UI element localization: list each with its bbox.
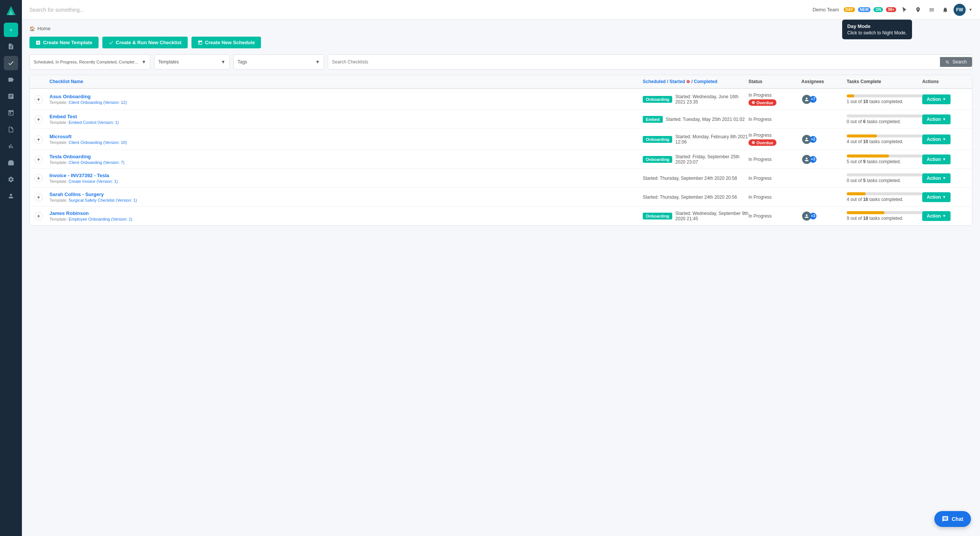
template-link[interactable]: Create Invoice (Version: 1) — [69, 179, 118, 184]
filters-row: Scheduled, In Progress, Recently Complet… — [29, 54, 972, 70]
name-cell: Tesla Onboarding Template: Client Onboar… — [49, 154, 643, 165]
col-assignees: Assignees — [801, 79, 847, 84]
header: Demo Team DAY NEW ON 99+ FW ▼ — [22, 0, 980, 20]
expand-button[interactable]: + — [34, 115, 43, 124]
tag-badge: Embed — [643, 116, 663, 123]
templates-filter[interactable]: Templates ▼ — [154, 54, 230, 70]
sidebar-add-button[interactable]: + — [4, 23, 18, 37]
sidebar-item-tags[interactable] — [4, 73, 18, 87]
sidebar-item-checklists[interactable] — [4, 56, 18, 70]
template-link[interactable]: Embed Control (Version: 1) — [69, 120, 119, 125]
checklist-name-link[interactable]: Asus Onboarding — [49, 94, 643, 99]
global-search-input[interactable] — [29, 7, 181, 13]
action-label: Action — [927, 213, 941, 219]
notification-bell-icon[interactable] — [940, 5, 951, 15]
create-template-button[interactable]: Create New Template — [29, 37, 99, 48]
action-buttons-row: Create New Template Create & Run New Che… — [29, 37, 972, 48]
status-cell: In Progress — [748, 117, 801, 122]
expand-button[interactable]: + — [34, 212, 43, 220]
action-button[interactable]: Action ▼ — [922, 94, 951, 104]
menu-icon[interactable] — [926, 5, 937, 15]
col-status: Status — [748, 79, 801, 84]
day-mode-badge[interactable]: DAY — [844, 7, 855, 12]
action-button[interactable]: Action ▼ — [922, 115, 951, 124]
user-avatar[interactable]: FW — [954, 4, 966, 16]
sidebar-item-settings[interactable] — [4, 172, 18, 187]
template-link[interactable]: Client Onboarding (Version: 12) — [69, 100, 127, 105]
table-row: + James Robinson Template: Employee Onbo… — [30, 207, 972, 225]
day-mode-tooltip: Day Mode Click to switch to Night Mode. — [842, 20, 912, 39]
assignee-count: +2 — [810, 136, 816, 143]
name-cell: Microsoft Template: Client Onboarding (V… — [49, 134, 643, 145]
sidebar-item-templates[interactable] — [4, 39, 18, 54]
sidebar-item-users[interactable] — [4, 189, 18, 203]
status-text: In Progress — [748, 176, 801, 181]
action-cell: Action ▼ — [922, 192, 967, 202]
expand-cell: + — [34, 95, 49, 103]
expand-button[interactable]: + — [34, 135, 43, 143]
checklist-search-input[interactable] — [332, 59, 938, 65]
tasks-text: 9 out of 18 tasks completed. — [847, 216, 903, 221]
action-button[interactable]: Action ▼ — [922, 173, 951, 183]
tags-filter[interactable]: Tags ▼ — [233, 54, 324, 70]
checklist-template: Template: Client Onboarding (Version: 10… — [49, 140, 643, 145]
status-text: In Progress — [748, 133, 801, 138]
progress-bar-inner — [847, 94, 854, 97]
avatar-dropdown-chevron[interactable]: ▼ — [969, 8, 972, 12]
sidebar-item-jobs[interactable] — [4, 156, 18, 170]
progress-bar-inner — [847, 134, 877, 137]
action-cell: Action ▼ — [922, 211, 967, 221]
assignees-col: +3 — [801, 211, 847, 221]
name-cell: Embed Test Template: Embed Control (Vers… — [49, 114, 643, 125]
sidebar-item-analytics[interactable] — [4, 139, 18, 153]
tags-filter-chevron: ▼ — [315, 59, 320, 65]
action-cell: Action ▼ — [922, 115, 967, 124]
checklist-name-link[interactable]: Sarah Collins - Surgery — [49, 191, 643, 197]
started-text: Started: Wednesday, June 16th 2021 23:35 — [675, 94, 748, 105]
template-link[interactable]: Employee Onboarding (Version: 1) — [69, 217, 132, 221]
table-row: + Embed Test Template: Embed Control (Ve… — [30, 110, 972, 129]
template-link[interactable]: Surgical Safety Checklist (Version: 1) — [69, 198, 137, 202]
chat-button[interactable]: Chat — [934, 511, 971, 527]
tasks-text: 0 out of 5 tasks completed. — [847, 178, 901, 183]
tooltip-title: Day Mode — [848, 24, 907, 29]
expand-button[interactable]: + — [34, 155, 43, 164]
expand-cell: + — [34, 135, 49, 143]
action-button[interactable]: Action ▼ — [922, 211, 951, 221]
sidebar-item-reports[interactable] — [4, 89, 18, 103]
action-button[interactable]: Action ▼ — [922, 192, 951, 202]
template-link[interactable]: Client Onboarding (Version: 10) — [69, 140, 127, 145]
search-button[interactable]: Search — [940, 57, 972, 67]
expand-button[interactable]: + — [34, 193, 43, 201]
status-filter[interactable]: Scheduled, In Progress, Recently Complet… — [29, 54, 150, 70]
progress-bar-outer — [847, 154, 922, 157]
cursor-icon[interactable] — [899, 5, 910, 15]
expand-button[interactable]: + — [34, 174, 43, 183]
action-label: Action — [927, 157, 941, 162]
checklist-name-link[interactable]: Microsoft — [49, 134, 643, 139]
sidebar-item-calendar[interactable] — [4, 106, 18, 120]
checklist-name-link[interactable]: Embed Test — [49, 114, 643, 119]
checklist-name-link[interactable]: Tesla Onboarding — [49, 154, 643, 159]
tasks-text: 4 out of 10 tasks completed. — [847, 139, 903, 144]
breadcrumb-home[interactable]: Home — [37, 26, 51, 31]
assignee-count: +7 — [810, 96, 816, 103]
name-cell: Sarah Collins - Surgery Template: Surgic… — [49, 191, 643, 202]
action-button[interactable]: Action ▼ — [922, 134, 951, 144]
checklist-name-link[interactable]: Invoice - INV37392 - Tesla — [49, 173, 643, 178]
create-run-checklist-button[interactable]: Create & Run New Checklist — [102, 37, 188, 48]
location-icon[interactable] — [913, 5, 923, 15]
checklist-name-link[interactable]: James Robinson — [49, 210, 643, 216]
started-cell: Onboarding Started: Monday, February 8th… — [643, 134, 748, 145]
action-button[interactable]: Action ▼ — [922, 154, 951, 164]
expand-button[interactable]: + — [34, 95, 43, 103]
action-label: Action — [927, 137, 941, 142]
create-schedule-button[interactable]: Create New Schedule — [191, 37, 261, 48]
template-link[interactable]: Client Onboarding (Version: 7) — [69, 160, 125, 165]
sidebar-item-audit[interactable] — [4, 122, 18, 137]
checklist-template: Template: Client Onboarding (Version: 7) — [49, 160, 643, 165]
tasks-text: 1 out of 10 tasks completed. — [847, 99, 903, 104]
started-text: Started: Tuesday, May 25th 2021 01:02 — [666, 117, 745, 122]
tag-badge: Onboarding — [643, 213, 672, 219]
table-row: + Invoice - INV37392 - Tesla Template: C… — [30, 169, 972, 188]
